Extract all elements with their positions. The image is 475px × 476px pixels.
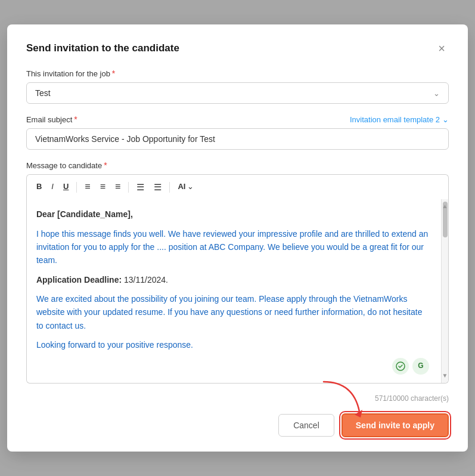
toolbar-divider-3 (169, 182, 170, 193)
toolbar-divider-2 (128, 182, 129, 193)
align-left-button[interactable]: ≡ (81, 179, 94, 195)
modal-header: Send invitation to the candidate × (26, 41, 449, 55)
numbered-list-button[interactable]: ☰ (150, 180, 165, 195)
job-select-value: Test (35, 88, 51, 98)
required-star: * (112, 69, 115, 78)
bold-button[interactable]: B (33, 180, 45, 194)
send-invite-button[interactable]: Send invite to apply (341, 413, 449, 437)
email-subject-row: Email subject * Invitation email templat… (26, 115, 449, 124)
underline-button[interactable]: U (60, 180, 72, 194)
close-button[interactable]: × (434, 41, 449, 55)
editor-content: Dear [Candidate_Name], I hope this messa… (36, 208, 439, 352)
align-center-button[interactable]: ≡ (97, 179, 109, 195)
align-right-button[interactable]: ≡ (111, 179, 124, 195)
char-count: 571/10000 character(s) (26, 394, 449, 403)
email-subject-input[interactable] (26, 128, 449, 150)
message-field-group: Message to candidate * B I U ≡ ≡ ≡ ☰ ☰ A… (26, 160, 449, 383)
para1-text: I hope this message finds you well. We h… (36, 227, 429, 267)
ai-button[interactable]: AI ⌄ (174, 180, 197, 194)
deadline-date: 13/11/2024. (122, 275, 168, 285)
chevron-down-icon: ⌄ (433, 89, 440, 98)
message-field-label: Message to candidate * (26, 160, 449, 170)
spell-check-icon[interactable] (392, 358, 409, 375)
job-select[interactable]: Test ⌄ (26, 82, 449, 104)
modal-footer: Cancel Send invite to apply (26, 413, 449, 437)
scrollbar-down-arrow[interactable]: ▼ (441, 370, 449, 382)
email-subject-label: Email subject * (26, 115, 77, 124)
modal-overlay: Send invitation to the candidate × This … (0, 0, 475, 476)
email-subject-field-group: Email subject * Invitation email templat… (26, 115, 449, 150)
scrollbar-track[interactable]: ▲ ▼ (441, 199, 448, 383)
job-field-group: This invitation for the job * Test ⌄ (26, 69, 449, 104)
email-required-star: * (74, 115, 77, 124)
toolbar-divider-1 (76, 182, 77, 193)
bullet-list-button[interactable]: ☰ (133, 180, 148, 195)
message-required-star: * (104, 160, 107, 170)
scrollbar-up-arrow[interactable]: ▲ (441, 200, 449, 212)
cancel-button[interactable]: Cancel (278, 414, 334, 437)
chevron-down-icon-template: ⌄ (442, 115, 449, 124)
job-field-label: This invitation for the job * (26, 69, 449, 78)
editor-area[interactable]: Dear [Candidate_Name], I hope this messa… (26, 199, 449, 384)
template-link[interactable]: Invitation email template 2 ⌄ (350, 115, 449, 124)
editor-toolbar: B I U ≡ ≡ ≡ ☰ ☰ AI ⌄ (26, 174, 449, 199)
editor-tools-bottom: G (36, 358, 439, 375)
grammarly-icon[interactable]: G (412, 358, 429, 375)
closing-text: Looking forward to your positive respons… (36, 338, 429, 351)
modal-dialog: Send invitation to the candidate × This … (7, 24, 468, 451)
deadline-label: Application Deadline: (36, 275, 122, 285)
italic-button[interactable]: I (48, 180, 57, 194)
chevron-down-icon-ai: ⌄ (187, 182, 194, 192)
greeting-text: Dear [Candidate_Name], (36, 209, 133, 219)
modal-title: Send invitation to the candidate (26, 42, 179, 54)
para2-text: We are excited about the possibility of … (36, 292, 429, 332)
